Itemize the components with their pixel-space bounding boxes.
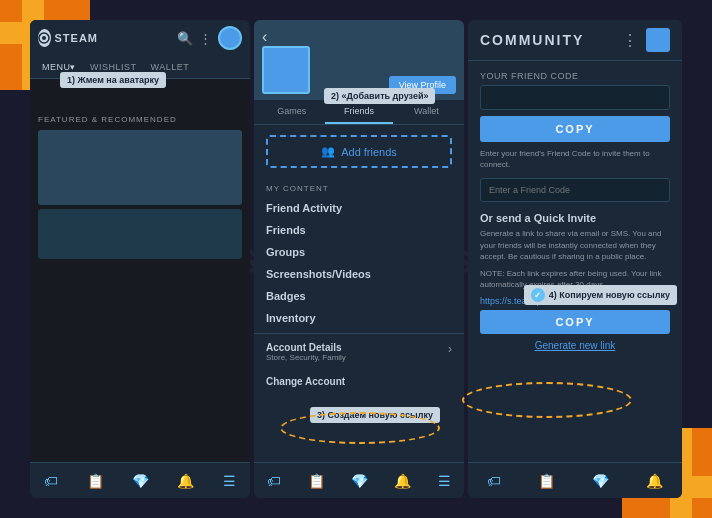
content-item-friends[interactable]: Friends bbox=[254, 219, 464, 241]
c-bell-icon[interactable]: 🔔 bbox=[646, 473, 663, 489]
account-title: Account Details bbox=[266, 342, 452, 353]
m-hamburger-icon[interactable]: ☰ bbox=[438, 473, 451, 489]
hamburger-icon[interactable]: ☰ bbox=[223, 473, 236, 489]
c-list-icon[interactable]: 📋 bbox=[538, 473, 555, 489]
generate-new-link[interactable]: Generate new link bbox=[480, 340, 670, 351]
community-content: Your Friend Code COPY Enter your friend'… bbox=[468, 61, 682, 462]
bell-icon[interactable]: 🔔 bbox=[177, 473, 194, 489]
friend-code-input[interactable] bbox=[480, 85, 670, 110]
community-avatar[interactable] bbox=[646, 28, 670, 52]
steam-logo: STEAM bbox=[38, 28, 98, 48]
content-item-inventory[interactable]: Inventory bbox=[254, 307, 464, 329]
content-item-groups[interactable]: Groups bbox=[254, 241, 464, 263]
bookmark-icon[interactable]: 🏷 bbox=[44, 473, 58, 489]
account-arrow-icon: › bbox=[448, 342, 452, 356]
community-bottom-nav: 🏷 📋 💎 🔔 bbox=[468, 462, 682, 498]
right-panel: COMMUNITY ⋮ Your Friend Code COPY Enter … bbox=[468, 20, 682, 498]
enter-friend-code-input[interactable] bbox=[480, 178, 670, 202]
copy-button-1[interactable]: COPY bbox=[480, 116, 670, 142]
left-bottom-nav: 🏷 📋 💎 🔔 ☰ bbox=[30, 462, 250, 498]
copy-button-2[interactable]: COPY bbox=[480, 310, 670, 334]
list-icon[interactable]: 📋 bbox=[87, 473, 104, 489]
featured-image-2 bbox=[38, 209, 242, 259]
account-subtitle: Store, Security, Family bbox=[266, 353, 452, 362]
avatar[interactable] bbox=[218, 26, 242, 50]
svg-point-1 bbox=[42, 36, 46, 40]
annotation-generate-link: 3) Создаем новую ссылку bbox=[310, 407, 440, 423]
tooltip-add-friends: 2) «Добавить друзей» bbox=[324, 88, 435, 104]
add-friends-label: Add friends bbox=[341, 146, 397, 158]
c-bookmark-icon[interactable]: 🏷 bbox=[487, 473, 501, 489]
community-controls: ⋮ bbox=[622, 28, 670, 52]
add-friends-button[interactable]: 👥 Add friends bbox=[266, 135, 452, 168]
m-bookmark-icon[interactable]: 🏷 bbox=[267, 473, 281, 489]
diamond-icon[interactable]: 💎 bbox=[132, 473, 149, 489]
friend-code-label: Your Friend Code bbox=[480, 71, 670, 81]
quick-invite-title: Or send a Quick Invite bbox=[480, 212, 670, 224]
community-header: COMMUNITY ⋮ bbox=[468, 20, 682, 61]
search-icon[interactable]: 🔍 bbox=[177, 31, 193, 46]
change-account[interactable]: Change Account bbox=[254, 370, 464, 393]
c-diamond-icon[interactable]: 💎 bbox=[592, 473, 609, 489]
tooltip-avatar: 1) Жмем на аватарку bbox=[60, 72, 166, 88]
featured-section: FEATURED & RECOMMENDED bbox=[30, 107, 250, 267]
steam-header: STEAM 🔍 ⋮ bbox=[30, 20, 250, 56]
m-bell-icon[interactable]: 🔔 bbox=[394, 473, 411, 489]
dots-icon[interactable]: ⋮ bbox=[199, 31, 212, 46]
steam-circle-icon bbox=[38, 29, 51, 47]
my-content-label: MY CONTENT bbox=[254, 178, 464, 197]
profile-avatar bbox=[262, 46, 310, 94]
featured-label: FEATURED & RECOMMENDED bbox=[38, 115, 242, 124]
tab-games[interactable]: Games bbox=[258, 100, 325, 124]
quick-invite-desc: Generate a link to share via email or SM… bbox=[480, 228, 670, 262]
community-dots-icon[interactable]: ⋮ bbox=[622, 31, 638, 50]
content-item-friend-activity[interactable]: Friend Activity bbox=[254, 197, 464, 219]
content-item-badges[interactable]: Badges bbox=[254, 285, 464, 307]
middle-panel: ‹ View Profile 2) «Добавить друзей» Game… bbox=[254, 20, 464, 498]
community-title: COMMUNITY bbox=[480, 32, 584, 48]
steam-label: STEAM bbox=[55, 32, 99, 44]
left-panel: STEAM 🔍 ⋮ MENU▾ WISHLIST WALLET 1) Жмем … bbox=[30, 20, 250, 498]
back-arrow-icon[interactable]: ‹ bbox=[262, 28, 267, 46]
invite-description: Enter your friend's Friend Code to invit… bbox=[480, 148, 670, 170]
content-item-screenshots[interactable]: Screenshots/Videos bbox=[254, 263, 464, 285]
m-diamond-icon[interactable]: 💎 bbox=[351, 473, 368, 489]
account-details[interactable]: › Account Details Store, Security, Famil… bbox=[254, 333, 464, 370]
middle-bottom-nav: 🏷 📋 💎 🔔 ☰ bbox=[254, 462, 464, 498]
featured-image-1 bbox=[38, 130, 242, 205]
add-friends-icon: 👥 bbox=[321, 145, 335, 158]
m-list-icon[interactable]: 📋 bbox=[308, 473, 325, 489]
annotation-copy-link: ✓ 4) Копируем новую ссылку bbox=[524, 285, 677, 305]
